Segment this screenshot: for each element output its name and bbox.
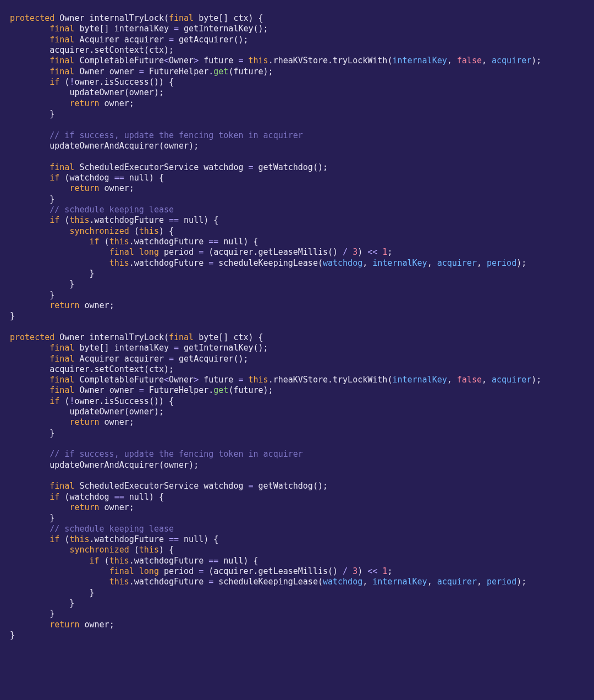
code-block: protected Owner internalTryLock(final by…	[0, 0, 594, 654]
comment: // schedule keeping lease	[50, 205, 174, 215]
comment: // if success, update the fencing token …	[50, 130, 303, 140]
kw-protected: protected	[10, 13, 54, 23]
